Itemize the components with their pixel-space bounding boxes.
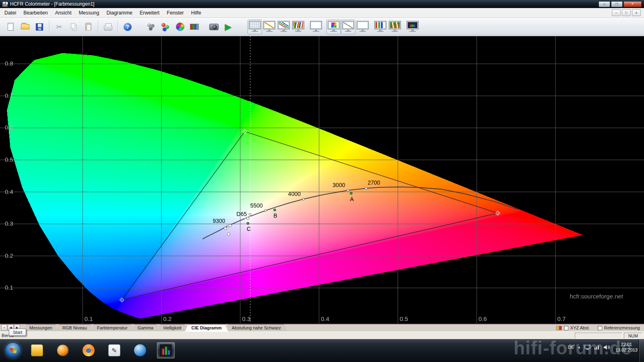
menu-item-diagramme[interactable]: Diagramme xyxy=(103,9,136,17)
start-button[interactable] xyxy=(5,342,21,358)
taskbar-journal-button[interactable]: ✎ xyxy=(105,342,123,358)
view-white-button[interactable] xyxy=(355,20,370,34)
cie-canvas[interactable] xyxy=(0,36,644,324)
run-measure-button[interactable]: ▶ xyxy=(221,20,235,34)
clock-date: 13.02.2013 xyxy=(615,347,638,353)
show-desktop-button[interactable] xyxy=(639,339,644,362)
title-bar: HCFR Colorimeter - [Farbmessungen1] – □ … xyxy=(0,0,644,8)
tab-messungen[interactable]: Messungen xyxy=(23,324,59,331)
hcfr-window: HCFR Colorimeter - [Farbmessungen1] – □ … xyxy=(0,0,644,362)
maximize-button[interactable]: □ xyxy=(611,1,623,7)
start-tooltip: Start xyxy=(9,329,26,336)
menu-item-fenster[interactable]: Fenster xyxy=(163,9,187,17)
help-button[interactable]: ? xyxy=(120,20,135,34)
view-gamma-curve-button[interactable] xyxy=(341,20,355,34)
close-button[interactable]: × xyxy=(623,1,642,7)
view-parade-button[interactable] xyxy=(373,20,388,34)
mdi-close-button[interactable]: × xyxy=(632,9,641,16)
tab-helligkeit[interactable]: Helligkeit xyxy=(157,324,188,331)
cut-icon: ✂ xyxy=(56,23,62,31)
sensor-balls-icon xyxy=(147,23,155,31)
clock-time: 22:01 xyxy=(615,341,638,347)
toolbar: ✂?▶ xyxy=(0,18,644,36)
taskbar-hcfr-button[interactable] xyxy=(157,342,175,358)
tab-gamma[interactable]: Gamma xyxy=(131,324,160,331)
copy-button[interactable] xyxy=(66,20,81,34)
pen-icon: ✎ xyxy=(108,344,120,356)
view-waves-button[interactable] xyxy=(388,20,402,34)
referenzmessung-label: Referenzmessung xyxy=(604,325,640,330)
window-title: HCFR Colorimeter - [Farbmessungen1] xyxy=(10,1,94,7)
view-color-temp-button[interactable] xyxy=(291,20,305,34)
network-icon[interactable] xyxy=(594,345,600,350)
tab-bar: × ◀ ▶ MessungenRGB NiveauFarbtemperaturG… xyxy=(0,324,644,331)
minimize-button[interactable]: – xyxy=(599,1,610,7)
referenzmessung-checkbox[interactable] xyxy=(598,326,602,330)
open-folder-icon xyxy=(21,24,29,29)
monitor-display-icon xyxy=(406,21,419,32)
sensor-config-button[interactable] xyxy=(144,20,158,34)
view-measurements-button[interactable] xyxy=(248,20,262,34)
toolbar-buttons: ✂?▶ xyxy=(3,20,420,34)
toolbar-separator xyxy=(98,21,98,33)
menu-item-hilfe[interactable]: Hilfe xyxy=(188,9,205,17)
cie-chart xyxy=(0,36,644,324)
taskbar-browser-button[interactable] xyxy=(131,342,149,358)
view-gamma-button[interactable] xyxy=(262,20,277,34)
save-icon xyxy=(36,23,43,31)
tab-close-button[interactable]: × xyxy=(1,325,7,331)
print-button[interactable] xyxy=(101,20,115,34)
taskbar: ✎ DE ▲ 22:01 13.02.2013 xyxy=(0,339,644,362)
tab-farbtemperatur[interactable]: Farbtemperatur xyxy=(91,324,134,331)
tray-chevron-up-icon[interactable]: ▲ xyxy=(578,346,581,349)
view-luminance-button[interactable] xyxy=(309,20,323,34)
monitor-parade-icon xyxy=(374,21,387,32)
xyz-abst-label: XYZ Abst. xyxy=(570,325,590,330)
color-pattern-icon xyxy=(190,24,199,30)
open-button[interactable] xyxy=(18,20,32,34)
capture-button[interactable] xyxy=(206,20,221,34)
menu-item-messung[interactable]: Messung xyxy=(75,9,103,17)
new-document-icon xyxy=(8,23,14,31)
monitor-cie-icon xyxy=(327,21,340,32)
xyz-color-icon xyxy=(556,326,562,330)
mdi-restore-button[interactable]: □ xyxy=(622,9,631,16)
view-display-button[interactable] xyxy=(405,20,420,34)
menu-items: DateiBearbeitenAnsichtMessungDiagrammeEr… xyxy=(1,9,205,17)
taskbar-explorer-button[interactable] xyxy=(28,342,46,358)
menu-bar: DateiBearbeitenAnsichtMessungDiagrammeEr… xyxy=(0,8,644,18)
primaries-button[interactable] xyxy=(158,20,173,34)
action-center-icon[interactable] xyxy=(584,345,590,350)
language-indicator[interactable]: DE xyxy=(568,345,574,350)
monitor-grid-icon xyxy=(248,21,261,32)
system-tray: DE ▲ 22:01 13.02.2013 xyxy=(568,341,638,353)
taskbar-clock[interactable]: 22:01 13.02.2013 xyxy=(615,341,638,353)
explorer-folder-icon xyxy=(31,344,43,356)
new-button[interactable] xyxy=(3,20,18,34)
volume-icon[interactable] xyxy=(604,345,610,350)
rgb-balls-icon xyxy=(161,23,170,31)
taskbar-firefox-button[interactable] xyxy=(80,342,97,358)
xyz-abst-checkbox[interactable] xyxy=(564,326,568,330)
save-button[interactable] xyxy=(32,20,47,34)
pattern-generator-button[interactable] xyxy=(187,20,202,34)
status-bar: Bereit NUM xyxy=(0,331,644,339)
secondaries-button[interactable] xyxy=(173,20,187,34)
menu-item-ansicht[interactable]: Ansicht xyxy=(52,9,75,17)
taskbar-media-player-button[interactable] xyxy=(54,342,72,358)
print-icon xyxy=(104,25,112,31)
tab-rgb-niveau[interactable]: RGB Niveau xyxy=(56,324,93,331)
color-wheel-icon xyxy=(176,23,184,31)
menu-item-erweitert[interactable]: Erweitert xyxy=(136,9,163,17)
menu-item-datei[interactable]: Datei xyxy=(1,9,20,17)
menu-item-bearbeiten[interactable]: Bearbeiten xyxy=(20,9,51,17)
tab-abstufung-nahe-schwarz[interactable]: Abstufung nahe Schwarz xyxy=(225,324,287,331)
paste-button[interactable] xyxy=(81,20,95,34)
mdi-minimize-button[interactable]: – xyxy=(612,9,621,16)
cut-button[interactable]: ✂ xyxy=(52,20,66,34)
tab-cie-diagramm[interactable]: CIE Diagramm xyxy=(185,324,228,331)
view-cie-button[interactable] xyxy=(326,20,341,34)
status-cell xyxy=(575,333,622,339)
view-rgb-levels-button[interactable] xyxy=(277,20,291,34)
monitor-curve-icon xyxy=(342,21,355,32)
